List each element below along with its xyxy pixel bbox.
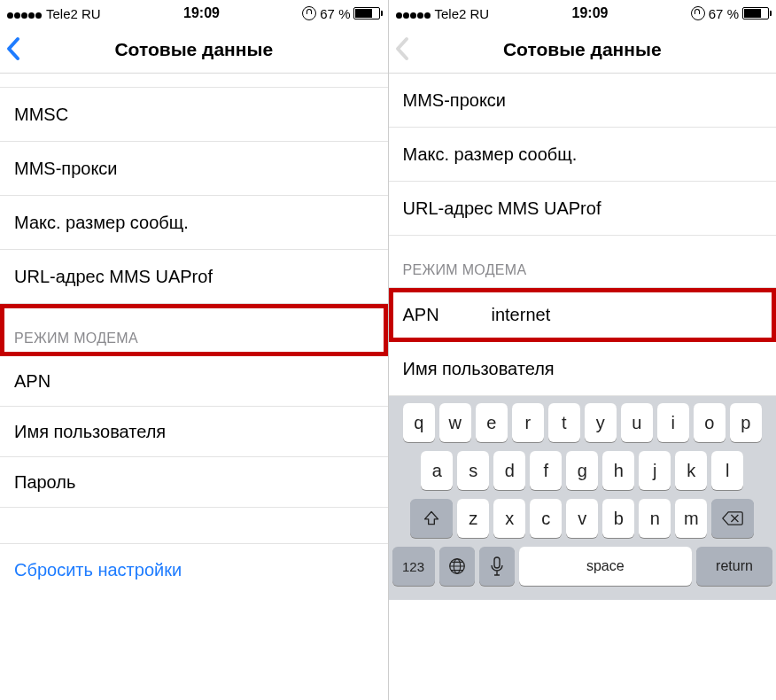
key-u[interactable]: u — [621, 403, 653, 442]
svg-rect-2 — [494, 557, 500, 568]
apn-value[interactable]: internet — [465, 305, 551, 325]
key-g[interactable]: g — [566, 451, 598, 490]
key-j[interactable]: j — [639, 451, 671, 490]
keyboard: qwertyuiop asdfghjkl zxcvbnm 123 — [389, 396, 777, 600]
row-username[interactable]: Имя пользователя — [0, 407, 388, 457]
key-e[interactable]: e — [476, 403, 508, 442]
carrier-label: Tele2 RU — [435, 6, 490, 21]
battery-pct: 67 % — [320, 6, 350, 21]
rotation-lock-icon — [302, 6, 316, 20]
mic-icon — [490, 556, 504, 576]
rotation-lock-icon — [691, 6, 705, 20]
signal-dots-icon — [7, 6, 43, 21]
status-bar: Tele2 RU 19:09 67 % — [389, 0, 777, 27]
section-modem-mode: РЕЖИМ МОДЕМА — [0, 304, 388, 356]
return-key[interactable]: return — [696, 547, 772, 586]
label-password: Пароль — [14, 472, 76, 493]
kb-row-4: 123 space return — [392, 547, 773, 586]
backspace-key[interactable] — [711, 499, 754, 538]
key-k[interactable]: k — [675, 451, 707, 490]
key-m[interactable]: m — [675, 499, 707, 538]
key-z[interactable]: z — [457, 499, 489, 538]
key-c[interactable]: c — [530, 499, 562, 538]
key-y[interactable]: y — [585, 403, 617, 442]
key-n[interactable]: n — [639, 499, 671, 538]
clock-label: 19:09 — [572, 5, 609, 21]
row-mms-proxy[interactable]: MMS-прокси — [0, 142, 388, 196]
key-o[interactable]: o — [694, 403, 726, 442]
key-w[interactable]: w — [439, 403, 471, 442]
row-username[interactable]: Имя пользователя — [389, 342, 777, 396]
row-uaprof[interactable]: URL-адрес MMS UAProf — [0, 250, 388, 304]
key-q[interactable]: q — [403, 403, 435, 442]
row-max-size[interactable]: Макс. размер сообщ. — [389, 128, 777, 182]
page-title: Сотовые данные — [503, 39, 662, 60]
row-max-size[interactable]: Макс. размер сообщ. — [0, 196, 388, 250]
nav-bar: Сотовые данные — [389, 27, 777, 74]
key-h[interactable]: h — [602, 451, 634, 490]
reset-settings-button[interactable]: Сбросить настройки — [0, 544, 388, 596]
row-apn[interactable]: APN — [0, 356, 388, 407]
back-button[interactable] — [394, 35, 421, 62]
label-uaprof: URL-адрес MMS UAProf — [403, 198, 601, 219]
globe-icon — [447, 556, 467, 576]
label-username: Имя пользователя — [403, 359, 555, 379]
battery-icon — [742, 7, 769, 19]
kb-row-3: zxcvbnm — [392, 499, 773, 538]
key-v[interactable]: v — [566, 499, 598, 538]
battery-pct: 67 % — [709, 6, 739, 21]
phone-left: Tele2 RU 19:09 67 % Сотовые данные MMSC … — [0, 0, 389, 700]
row-mmsc[interactable]: MMSC — [0, 88, 388, 142]
key-s[interactable]: s — [457, 451, 489, 490]
kb-row-1: qwertyuiop — [392, 403, 773, 442]
key-d[interactable]: d — [493, 451, 525, 490]
key-i[interactable]: i — [657, 403, 689, 442]
section-modem-mode: РЕЖИМ МОДЕМА — [389, 236, 777, 288]
key-l[interactable]: l — [711, 451, 743, 490]
mic-key[interactable] — [479, 547, 515, 586]
phone-right: Tele2 RU 19:09 67 % Сотовые данные MMS-п… — [389, 0, 777, 700]
back-button[interactable] — [5, 35, 32, 62]
carrier-label: Tele2 RU — [46, 6, 101, 21]
clock-label: 19:09 — [183, 5, 220, 21]
label-apn: APN — [403, 305, 465, 325]
label-mms-proxy: MMS-прокси — [403, 90, 507, 111]
numbers-key[interactable]: 123 — [392, 547, 435, 586]
label-max-size: Макс. размер сообщ. — [403, 144, 578, 165]
row-mms-proxy[interactable]: MMS-прокси — [389, 74, 777, 128]
label-mms-proxy: MMS-прокси — [14, 159, 118, 179]
globe-key[interactable] — [439, 547, 475, 586]
key-p[interactable]: p — [730, 403, 762, 442]
status-bar: Tele2 RU 19:09 67 % — [0, 0, 388, 27]
row-apn[interactable]: APN internet — [389, 288, 777, 342]
key-a[interactable]: a — [421, 451, 453, 490]
row-uaprof[interactable]: URL-адрес MMS UAProf — [389, 182, 777, 236]
battery-icon — [353, 7, 380, 19]
row-password[interactable]: Пароль — [0, 457, 388, 508]
kb-row-2: asdfghjkl — [392, 451, 773, 490]
shift-key[interactable] — [410, 499, 453, 538]
key-b[interactable]: b — [602, 499, 634, 538]
key-r[interactable]: r — [512, 403, 544, 442]
nav-bar: Сотовые данные — [0, 27, 388, 74]
space-key[interactable]: space — [519, 547, 693, 586]
label-uaprof: URL-адрес MMS UAProf — [14, 267, 213, 287]
label-username: Имя пользователя — [14, 422, 166, 442]
page-title: Сотовые данные — [114, 39, 273, 60]
label-apn: APN — [14, 371, 76, 392]
spacer — [0, 508, 388, 544]
shift-icon — [425, 512, 438, 525]
key-f[interactable]: f — [530, 451, 562, 490]
signal-dots-icon — [396, 6, 431, 21]
label-max-size: Макс. размер сообщ. — [14, 213, 189, 233]
key-x[interactable]: x — [493, 499, 525, 538]
key-t[interactable]: t — [548, 403, 580, 442]
label-mmsc: MMSC — [14, 105, 76, 125]
